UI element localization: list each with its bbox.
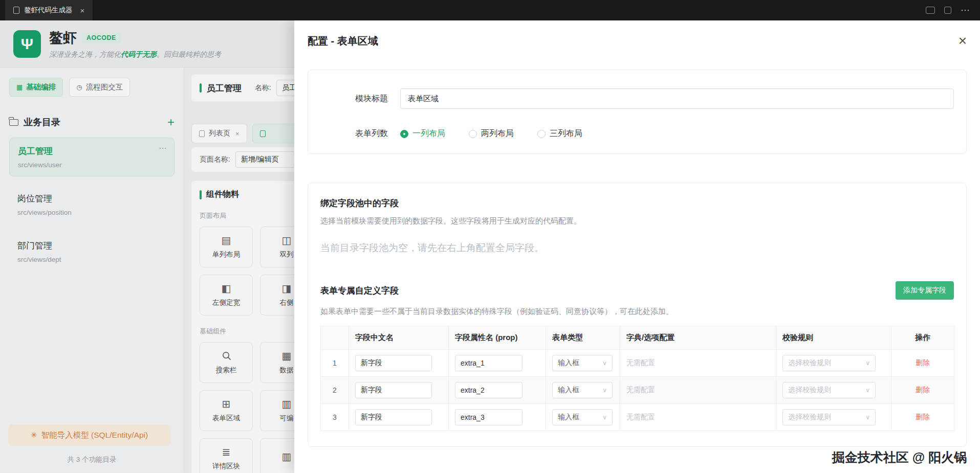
- field-prop-input[interactable]: [455, 382, 522, 398]
- tab-basic-arrange-label: 基础编排: [26, 82, 56, 92]
- tab-flowchart-interact[interactable]: ◷ 流程图交互: [69, 78, 130, 97]
- chevron-down-icon: ∨: [865, 387, 870, 394]
- left-fixed-icon: ◧: [222, 283, 231, 294]
- directory-name: 部门管理: [17, 240, 166, 252]
- radio-dot-icon: [469, 130, 477, 138]
- material-card-detail-block[interactable]: ≣ 详情区块: [200, 438, 253, 473]
- folder-icon: [9, 119, 18, 126]
- browser-actions: ⋯: [926, 5, 971, 16]
- brand-tagline: 深潜业务之海，方能化代码于无形。回归最纯粹的思考: [49, 50, 221, 59]
- sidebar-footer: 共 3 个功能目录: [0, 455, 184, 464]
- reader-mode-icon[interactable]: [926, 7, 935, 14]
- custom-fields-table: 字段中文名 字段属性名 (prop) 表单类型 字典/选项配置 校验规则 操作 …: [320, 326, 954, 431]
- custom-fields-desc: 如果表单中需要一些不属于当前目录数据实体的特殊字段（例如验证码、同意协议等），可…: [320, 307, 954, 317]
- material-card-left-fixed[interactable]: ◧ 左侧定宽: [200, 275, 253, 316]
- flowchart-icon: ◷: [76, 83, 82, 91]
- custom-fields-title: 表单专属自定义字段: [320, 285, 399, 297]
- chevron-down-icon: ∨: [602, 359, 607, 367]
- sidebar-item-dept[interactable]: 部门管理 src/views/dept: [9, 233, 175, 271]
- component-icon: ▥: [282, 452, 292, 462]
- radio-dot-icon: [537, 130, 546, 138]
- name-label: 名称:: [255, 83, 271, 93]
- tab-close-icon[interactable]: ×: [80, 6, 85, 15]
- browser-tab-title: 鳌虾代码生成器: [24, 6, 73, 15]
- accent-bar: [200, 190, 202, 199]
- data-table-icon: ▦: [282, 351, 292, 361]
- add-custom-field-button[interactable]: 添加专属字段: [896, 281, 954, 300]
- directory-path: src/views/dept: [17, 256, 166, 263]
- crayfish-logo-icon: Ψ: [13, 30, 41, 58]
- form-type-select[interactable]: 输入框∨: [552, 409, 613, 425]
- module-title-label: 模块标题: [320, 94, 388, 104]
- tab-list-page-label: 列表页: [209, 129, 230, 138]
- form-type-select[interactable]: 输入框∨: [552, 382, 613, 398]
- delete-link[interactable]: 删除: [916, 358, 930, 367]
- validation-rule-select[interactable]: 选择校验规则∨: [782, 409, 876, 425]
- chevron-down-icon: ∨: [865, 414, 870, 421]
- browser-tab[interactable]: 鳌虾代码生成器 ×: [5, 0, 93, 20]
- bind-fields-title: 绑定字段池中的字段: [320, 197, 954, 209]
- delete-link[interactable]: 删除: [916, 413, 930, 421]
- dict-config-text: 无需配置: [626, 386, 655, 394]
- brand-name: 鳌虾: [49, 29, 77, 47]
- brand-badge: AOCODE: [82, 33, 121, 43]
- form-area-icon: ⊞: [222, 399, 231, 409]
- tab-list-page[interactable]: 列表页 ×: [191, 124, 247, 143]
- radio-two-column[interactable]: 两列布局: [469, 128, 514, 139]
- accent-bar: [200, 83, 202, 93]
- form-columns-label: 表单列数: [320, 128, 388, 139]
- radio-three-column[interactable]: 三列布局: [537, 128, 582, 139]
- tab-basic-arrange[interactable]: ▦ 基础编排: [9, 78, 63, 97]
- sidebar-item-employee[interactable]: 员工管理 src/views/user ⋯: [9, 138, 175, 176]
- row-index: 2: [321, 377, 349, 404]
- table-row: 1 输入框∨ 无需配置 选择校验规则∨ 删除: [321, 350, 954, 377]
- field-cn-name-input[interactable]: [355, 382, 432, 398]
- sidebar-item-position[interactable]: 岗位管理 src/views/position: [9, 186, 175, 223]
- col-index: [321, 326, 349, 350]
- smart-import-label: 智能导入模型 (SQL/Entity/Api): [41, 430, 148, 441]
- chevron-down-icon: ∨: [865, 359, 870, 367]
- field-prop-input[interactable]: [455, 409, 522, 425]
- directory-path: src/views/position: [17, 209, 166, 216]
- page-icon: [13, 7, 19, 14]
- item-more-icon[interactable]: ⋯: [159, 143, 167, 153]
- search-icon: [222, 351, 231, 361]
- radio-one-column[interactable]: 一列布局: [400, 128, 445, 139]
- col-field-cn-name: 字段中文名: [349, 326, 449, 350]
- table-header-row: 字段中文名 字段属性名 (prop) 表单类型 字典/选项配置 校验规则 操作: [321, 326, 954, 350]
- tagline-prefix: 深潜业务之海，方能化: [49, 50, 121, 58]
- field-cn-name-input[interactable]: [355, 409, 432, 425]
- page-name-label: 页面名称:: [200, 155, 230, 164]
- material-card-search-bar[interactable]: 搜索栏: [200, 342, 253, 383]
- validation-rule-select[interactable]: 选择校验规则∨: [782, 355, 876, 371]
- close-icon[interactable]: ×: [959, 34, 967, 48]
- sidebar: ▦ 基础编排 ◷ 流程图交互 业务目录 + 员工管理 src/views/use…: [0, 67, 184, 472]
- col-form-type: 表单类型: [546, 326, 620, 350]
- col-field-prop: 字段属性名 (prop): [449, 326, 546, 350]
- editable-table-icon: ▥: [282, 399, 292, 409]
- bind-fields-desc: 选择当前模块需要使用到的数据字段。这些字段将用于生成对应的代码配置。: [320, 216, 954, 226]
- workspace-title: 员工管理: [207, 82, 242, 94]
- directory-name: 岗位管理: [17, 193, 166, 205]
- field-prop-input[interactable]: [455, 355, 522, 371]
- chevron-down-icon: ∨: [602, 414, 607, 421]
- field-cn-name-input[interactable]: [355, 355, 432, 371]
- browser-more-icon[interactable]: ⋯: [961, 5, 971, 16]
- row-index: 1: [321, 350, 349, 377]
- single-column-icon: ▤: [222, 235, 231, 245]
- delete-link[interactable]: 删除: [916, 386, 930, 394]
- material-card-form-area[interactable]: ⊞ 表单区域: [200, 390, 253, 431]
- add-directory-button[interactable]: +: [167, 116, 175, 128]
- config-drawer: 配置 - 表单区域 × 模块标题 表单列数 一列布局 两列布局: [294, 20, 980, 473]
- form-type-select[interactable]: 输入框∨: [552, 355, 613, 371]
- window-icon[interactable]: [944, 7, 951, 14]
- table-row: 2 输入框∨ 无需配置 选择校验规则∨ 删除: [321, 377, 954, 404]
- screen: 鳌虾代码生成器 × ⋯ Ψ 鳌虾 AOCODE 深潜业务之海，方能化代码于无形。…: [0, 0, 980, 473]
- col-validation: 校验规则: [776, 326, 891, 350]
- module-title-input[interactable]: [400, 88, 954, 109]
- material-card-single-column[interactable]: ▤ 单列布局: [200, 227, 253, 267]
- smart-import-button[interactable]: ✳ 智能导入模型 (SQL/Entity/Api): [8, 424, 170, 446]
- tab-close-icon[interactable]: ×: [235, 130, 239, 138]
- validation-rule-select[interactable]: 选择校验规则∨: [782, 382, 876, 398]
- materials-title: 组件物料: [206, 189, 239, 200]
